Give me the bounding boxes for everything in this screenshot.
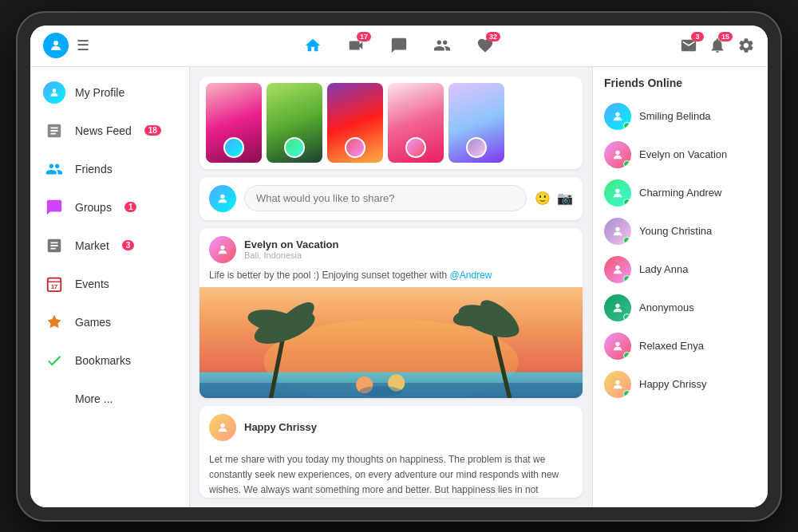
- tablet-frame: ☰ 17: [16, 11, 782, 522]
- friend-avatar: [604, 371, 631, 398]
- post-text-content: Life is better by the pool :) Enjoying s…: [209, 270, 450, 281]
- sidebar-item-events[interactable]: 17 Events: [30, 265, 189, 303]
- friend-item[interactable]: Charming Andrew: [593, 174, 768, 212]
- emoji-icon[interactable]: 🙂: [535, 191, 551, 206]
- story-item[interactable]: [267, 83, 322, 163]
- nav-video-button[interactable]: 17: [347, 37, 365, 54]
- story-avatar: [466, 137, 487, 158]
- friend-item[interactable]: Lady Anna: [593, 250, 768, 289]
- news-feed-badge: 18: [144, 125, 161, 136]
- post-author-name: Evelyn on Vacation: [244, 238, 339, 250]
- story-item[interactable]: [448, 83, 504, 163]
- svg-point-24: [615, 112, 619, 116]
- friends-online-panel: Friends Online Smiling Belinda Evelyn on…: [592, 67, 768, 507]
- user-avatar[interactable]: [43, 33, 69, 58]
- nav-friends-button[interactable]: [433, 37, 451, 54]
- games-icon: [43, 311, 65, 333]
- online-indicator: [623, 313, 630, 321]
- center-feed: 🙂 📷 Evelyn on Vacation Bali, Indonesia: [190, 67, 592, 507]
- friend-name: Anonymous: [639, 301, 694, 313]
- story-item[interactable]: [327, 83, 383, 163]
- friend-item[interactable]: Happy Chrissy: [593, 365, 768, 404]
- hamburger-menu[interactable]: ☰: [77, 37, 89, 54]
- story-avatar: [345, 137, 365, 158]
- sidebar-groups-label: Groups: [75, 201, 112, 214]
- sidebar-events-label: Events: [75, 278, 109, 290]
- nav-hearts-button[interactable]: 32: [476, 37, 494, 54]
- story-item[interactable]: [388, 83, 444, 163]
- sidebar-more-label: More ...: [75, 392, 113, 405]
- sidebar-item-friends[interactable]: Friends: [30, 150, 189, 188]
- svg-point-25: [615, 150, 619, 154]
- friend-item[interactable]: Relaxed Enya: [593, 327, 768, 365]
- friend-name: Young Christina: [639, 225, 712, 237]
- composer-icons: 🙂 📷: [535, 191, 573, 206]
- nav-left: ☰: [43, 33, 107, 58]
- stories-row: [200, 77, 583, 169]
- more-icon: [43, 388, 65, 410]
- post-author-info: Happy Chrissy: [244, 421, 317, 433]
- post-card-chrissy: Happy Chrissy Let me share with you toda…: [200, 406, 583, 498]
- market-icon: [43, 234, 65, 257]
- story-avatar: [223, 137, 244, 158]
- nav-messages-button[interactable]: 3: [680, 37, 697, 54]
- friend-name: Lady Anna: [639, 263, 688, 275]
- news-feed-icon: [43, 120, 65, 142]
- svg-text:17: 17: [51, 282, 57, 290]
- svg-point-29: [615, 303, 619, 307]
- post-mention[interactable]: @Andrew: [450, 270, 492, 281]
- sidebar-item-bookmarks[interactable]: Bookmarks: [30, 341, 189, 380]
- svg-point-26: [615, 188, 619, 192]
- nav-center: 17 32: [107, 37, 691, 54]
- friend-item[interactable]: Smiling Belinda: [593, 97, 768, 136]
- svg-point-27: [615, 227, 619, 231]
- groups-icon: [43, 196, 65, 219]
- sidebar: My Profile News Feed 18 Friends: [30, 67, 190, 507]
- sidebar-games-label: Games: [75, 316, 111, 329]
- nav-notifications-button[interactable]: 15: [709, 37, 726, 54]
- friend-item[interactable]: Evelyn on Vacation: [593, 136, 768, 174]
- online-indicator: [623, 352, 630, 359]
- friend-item[interactable]: Young Christina: [593, 212, 768, 250]
- online-indicator: [623, 199, 630, 206]
- friend-name: Happy Chrissy: [639, 378, 707, 390]
- sidebar-item-more[interactable]: More ...: [30, 380, 189, 418]
- sidebar-item-news-feed[interactable]: News Feed 18: [30, 112, 189, 150]
- camera-icon[interactable]: 📷: [557, 191, 573, 206]
- friend-avatar: [604, 218, 631, 245]
- post-image: [200, 287, 583, 398]
- friend-item[interactable]: Anonymous: [593, 289, 768, 327]
- post-author-name-chrissy: Happy Chrissy: [244, 421, 317, 433]
- friend-name: Relaxed Enya: [639, 340, 704, 352]
- video-badge: 17: [357, 32, 371, 41]
- sidebar-item-my-profile[interactable]: My Profile: [30, 73, 189, 112]
- friend-name: Smiling Belinda: [639, 110, 711, 122]
- main-content: My Profile News Feed 18 Friends: [30, 67, 768, 507]
- online-indicator: [623, 275, 630, 282]
- sidebar-item-groups[interactable]: Groups 1: [30, 188, 189, 227]
- nav-chat-button[interactable]: [390, 37, 408, 54]
- sidebar-item-market[interactable]: Market 3: [30, 227, 189, 265]
- sidebar-profile-avatar: [43, 81, 65, 104]
- nav-settings-button[interactable]: [737, 37, 755, 54]
- tablet-screen: ☰ 17: [30, 26, 768, 507]
- sidebar-news-feed-label: News Feed: [75, 124, 132, 137]
- post-input[interactable]: [244, 185, 527, 211]
- friends-online-title: Friends Online: [593, 77, 768, 97]
- svg-point-22: [359, 386, 401, 396]
- post-author-info: Evelyn on Vacation Bali, Indonesia: [244, 238, 339, 260]
- friend-name: Evelyn on Vacation: [639, 148, 727, 160]
- post-composer: 🙂 📷: [200, 177, 583, 220]
- nav-home-button[interactable]: [304, 37, 322, 54]
- svg-point-1: [53, 89, 57, 93]
- friend-avatar: [604, 294, 631, 321]
- online-indicator: [623, 390, 630, 397]
- nav-right: 3 15: [691, 37, 755, 54]
- composer-avatar: [209, 185, 236, 212]
- story-item[interactable]: [206, 83, 262, 163]
- market-badge: 3: [122, 240, 135, 250]
- svg-point-0: [53, 41, 58, 45]
- sidebar-item-games[interactable]: Games: [30, 303, 189, 341]
- post-location: Bali, Indonesia: [244, 250, 339, 260]
- top-nav: ☰ 17: [30, 26, 768, 67]
